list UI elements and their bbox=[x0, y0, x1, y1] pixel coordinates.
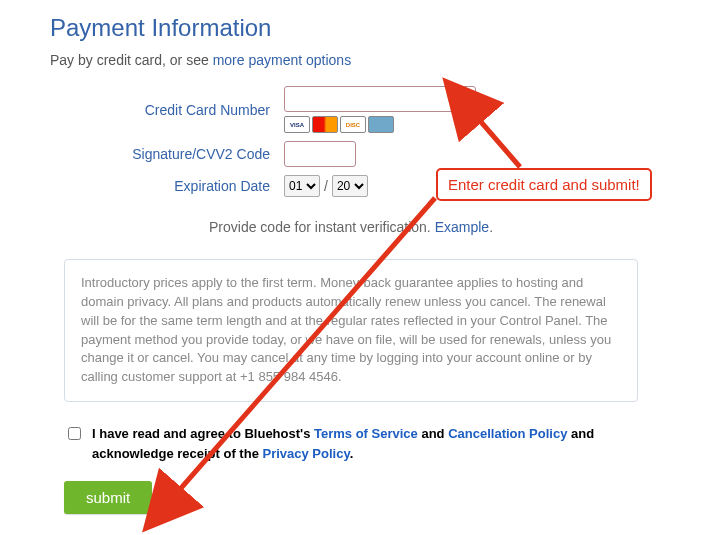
verify-prefix: Provide code for instant verification. bbox=[209, 219, 435, 235]
pay-by-text: Pay by credit card, or see more payment … bbox=[50, 52, 652, 68]
tos-link[interactable]: Terms of Service bbox=[314, 426, 418, 441]
exp-month-select[interactable]: 01 bbox=[284, 175, 320, 197]
cc-label: Credit Card Number bbox=[50, 102, 284, 118]
discover-icon: DISC bbox=[340, 116, 366, 133]
exp-label: Expiration Date bbox=[50, 178, 284, 194]
mastercard-icon bbox=[312, 116, 338, 133]
amex-icon bbox=[368, 116, 394, 133]
agree-checkbox[interactable] bbox=[68, 427, 81, 440]
verify-text: Provide code for instant verification. E… bbox=[50, 219, 652, 235]
agree-t2: and bbox=[418, 426, 448, 441]
notice-box: Introductory prices apply to the first t… bbox=[64, 259, 638, 402]
cc-input[interactable] bbox=[284, 86, 476, 112]
exp-year-select[interactable]: 20 bbox=[332, 175, 368, 197]
cvv-label: Signature/CVV2 Code bbox=[50, 146, 284, 162]
agree-t4: . bbox=[350, 446, 354, 461]
page-title: Payment Information bbox=[50, 14, 652, 42]
annotation-callout: Enter credit card and submit! bbox=[436, 168, 652, 201]
agree-block: I have read and agree to Bluehost's Term… bbox=[64, 424, 638, 463]
agree-t1: I have read and agree to Bluehost's bbox=[92, 426, 314, 441]
card-icons: VISA DISC bbox=[284, 116, 476, 133]
exp-separator: / bbox=[324, 178, 328, 194]
verify-example-link[interactable]: Example bbox=[435, 219, 489, 235]
cvv-input[interactable] bbox=[284, 141, 356, 167]
pay-by-prefix: Pay by credit card, or see bbox=[50, 52, 213, 68]
privacy-link[interactable]: Privacy Policy bbox=[263, 446, 350, 461]
agree-text: I have read and agree to Bluehost's Term… bbox=[92, 424, 638, 463]
more-payment-options-link[interactable]: more payment options bbox=[213, 52, 352, 68]
submit-button[interactable]: submit bbox=[64, 481, 152, 514]
verify-dot: . bbox=[489, 219, 493, 235]
cancellation-link[interactable]: Cancellation Policy bbox=[448, 426, 567, 441]
visa-icon: VISA bbox=[284, 116, 310, 133]
